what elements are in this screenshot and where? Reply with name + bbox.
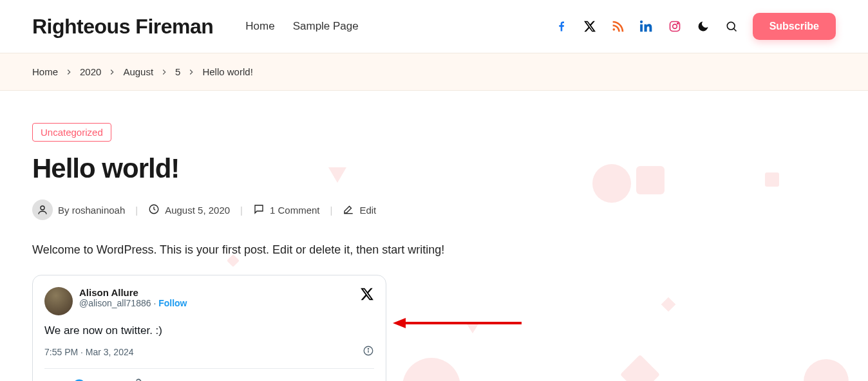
rss-icon[interactable] — [611, 19, 625, 33]
chevron-right-icon — [108, 68, 117, 77]
clock-icon — [148, 203, 160, 217]
post-title: Hello world! — [32, 153, 836, 184]
category-badge[interactable]: Uncategorized — [32, 123, 111, 142]
meta-separator: | — [135, 205, 138, 216]
breadcrumb-day[interactable]: 5 — [175, 66, 180, 77]
annotation-arrow — [393, 315, 522, 333]
svg-marker-12 — [393, 318, 406, 328]
site-title[interactable]: Righteous Fireman — [32, 15, 213, 39]
breadcrumb-month[interactable]: August — [123, 66, 153, 77]
avatar — [32, 200, 53, 220]
post-meta: By roshaninoah | August 5, 2020 | 1 Comm… — [32, 200, 836, 220]
reply-icon — [73, 378, 86, 381]
breadcrumb: Home 2020 August 5 Hello world! — [32, 66, 836, 77]
chevron-right-icon — [160, 68, 169, 77]
instagram-icon[interactable] — [668, 19, 682, 33]
x-twitter-icon[interactable] — [583, 19, 597, 33]
meta-separator: | — [240, 205, 243, 216]
linkedin-icon[interactable] — [639, 19, 654, 33]
chevron-right-icon — [187, 68, 196, 77]
link-icon — [131, 378, 142, 381]
edit-label: Edit — [359, 205, 376, 216]
tweet-text: We are now on twitter. :) — [44, 324, 374, 337]
nav-home[interactable]: Home — [245, 20, 274, 33]
svg-point-3 — [727, 22, 735, 30]
info-icon[interactable] — [363, 345, 374, 359]
breadcrumb-current: Hello world! — [202, 66, 252, 77]
comments-count: 1 Comment — [270, 205, 320, 216]
reply-button[interactable]: Reply — [73, 378, 115, 381]
svg-line-4 — [733, 29, 736, 32]
dark-mode-icon[interactable] — [696, 19, 710, 33]
comments-link[interactable]: 1 Comment — [253, 203, 320, 217]
breadcrumb-bar: Home 2020 August 5 Hello world! — [0, 53, 868, 91]
subscribe-button[interactable]: Subscribe — [753, 13, 836, 40]
site-header: Righteous Fireman Home Sample Page Subsc… — [0, 0, 868, 53]
svg-point-10 — [368, 348, 368, 349]
embedded-tweet[interactable]: Alison Allure @alison_all71886 · Follow … — [32, 275, 386, 381]
copy-link-button[interactable]: Copy link — [131, 378, 188, 381]
post-body: Welcome to WordPress. This is your first… — [32, 243, 836, 257]
edit-icon — [343, 203, 354, 217]
by-label: By — [58, 205, 72, 216]
author-meta: By roshaninoah — [32, 200, 125, 220]
svg-point-5 — [41, 206, 44, 210]
tweet-follow-link[interactable]: Follow — [158, 298, 187, 308]
nav-sample-page[interactable]: Sample Page — [293, 20, 359, 33]
meta-separator: | — [330, 205, 333, 216]
author-link[interactable]: roshaninoah — [72, 205, 126, 216]
svg-point-2 — [677, 23, 678, 24]
date-meta: August 5, 2020 — [148, 203, 230, 217]
breadcrumb-year[interactable]: 2020 — [80, 66, 101, 77]
header-actions: Subscribe — [554, 13, 836, 40]
main-content: Uncategorized Hello world! By roshaninoa… — [0, 91, 868, 381]
tweet-handle: @alison_all71886 · Follow — [79, 298, 354, 308]
search-icon[interactable] — [724, 19, 739, 33]
primary-nav: Home Sample Page — [245, 20, 358, 33]
chevron-right-icon — [64, 68, 73, 77]
svg-point-1 — [672, 24, 677, 29]
like-button[interactable] — [44, 379, 57, 382]
edit-link[interactable]: Edit — [343, 203, 376, 217]
x-logo-icon[interactable] — [360, 287, 374, 304]
breadcrumb-home[interactable]: Home — [32, 66, 58, 77]
comment-icon — [253, 203, 265, 217]
facebook-icon[interactable] — [554, 19, 569, 33]
tweet-timestamp[interactable]: 7:55 PM · Mar 3, 2024 — [44, 347, 134, 357]
tweet-avatar[interactable] — [44, 287, 73, 315]
post-date: August 5, 2020 — [165, 205, 230, 216]
tweet-author-name[interactable]: Alison Allure — [79, 287, 354, 298]
